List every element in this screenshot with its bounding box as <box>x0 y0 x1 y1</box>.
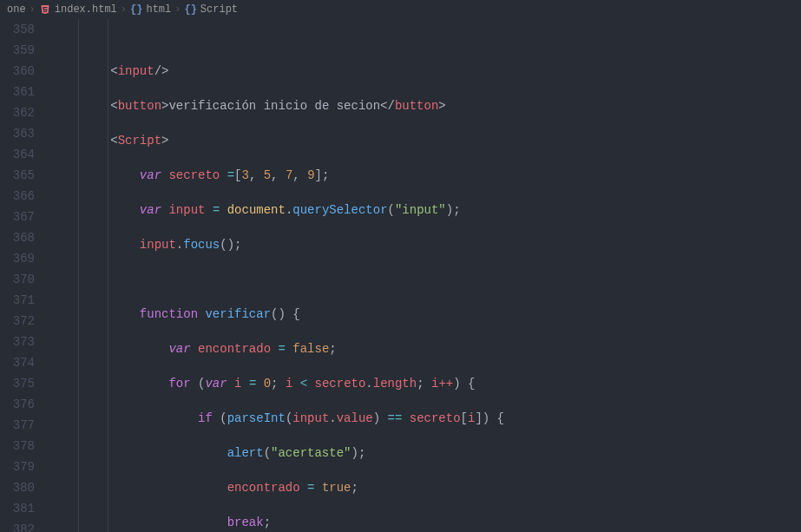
code-line[interactable]: input.focus(); <box>52 234 801 255</box>
line-number: 366 <box>0 186 35 207</box>
line-number: 371 <box>0 290 35 311</box>
breadcrumb[interactable]: one › index.html › {} html › {} Script <box>0 0 801 19</box>
breadcrumb-item[interactable]: one <box>7 3 26 16</box>
breadcrumb-separator: › <box>174 3 181 16</box>
line-number: 359 <box>0 40 35 61</box>
code-line[interactable]: var input = document.querySelector("inpu… <box>52 200 801 220</box>
line-number: 362 <box>0 102 35 123</box>
breadcrumb-separator: › <box>121 3 127 16</box>
code-line[interactable]: break; <box>52 512 801 532</box>
brace-icon: {} <box>130 3 142 16</box>
code-line[interactable]: <Script> <box>52 130 801 151</box>
line-number: 382 <box>0 519 35 532</box>
brace-icon: {} <box>184 3 196 16</box>
line-number: 375 <box>0 373 35 394</box>
code-line[interactable]: <button>verificación inicio de secion</b… <box>52 95 801 116</box>
line-number: 376 <box>0 394 35 415</box>
code-content[interactable]: <input/> <button>verificación inicio de … <box>50 19 801 532</box>
line-number: 373 <box>0 332 35 352</box>
html-file-icon <box>39 3 51 16</box>
code-editor[interactable]: 358 359 360 361 362 363 364 365 366 367 … <box>0 19 801 532</box>
code-line[interactable]: if (parseInt(input.value) == secreto[i])… <box>52 408 801 429</box>
code-line[interactable]: encontrado = true; <box>52 477 801 498</box>
code-line[interactable]: var encontrado = false; <box>52 338 801 359</box>
breadcrumb-item[interactable]: Script <box>200 3 238 16</box>
breadcrumb-separator: › <box>30 3 36 16</box>
line-number: 360 <box>0 61 35 82</box>
line-number: 365 <box>0 165 35 186</box>
code-line[interactable]: function verificar() { <box>52 304 801 325</box>
line-number: 378 <box>0 436 35 456</box>
breadcrumb-item[interactable]: index.html <box>55 3 117 16</box>
line-number: 379 <box>0 456 35 477</box>
line-number: 380 <box>0 477 35 498</box>
line-number: 367 <box>0 207 35 227</box>
line-number: 374 <box>0 352 35 373</box>
line-number: 364 <box>0 144 35 165</box>
code-line[interactable]: var secreto =[3, 5, 7, 9]; <box>52 165 801 186</box>
line-number: 372 <box>0 311 35 332</box>
code-line[interactable]: <input/> <box>52 61 801 82</box>
line-number: 368 <box>0 227 35 248</box>
code-line[interactable] <box>52 269 801 290</box>
line-number: 361 <box>0 82 35 102</box>
code-line[interactable]: alert("acertaste"); <box>52 443 801 463</box>
line-number: 358 <box>0 19 35 40</box>
line-number: 363 <box>0 123 35 144</box>
line-number: 377 <box>0 415 35 436</box>
line-number: 369 <box>0 248 35 269</box>
line-number: 381 <box>0 498 35 519</box>
code-line[interactable]: for (var i = 0; i < secreto.length; i++)… <box>52 373 801 394</box>
breadcrumb-item[interactable]: html <box>146 3 171 16</box>
line-number: 370 <box>0 269 35 290</box>
line-number-gutter: 358 359 360 361 362 363 364 365 366 367 … <box>0 19 50 532</box>
